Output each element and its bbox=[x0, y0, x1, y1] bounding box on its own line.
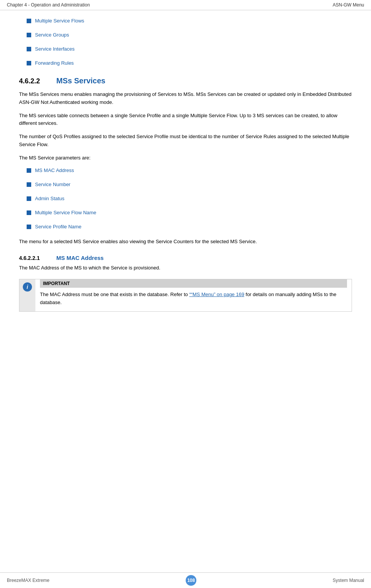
top-bullet-list: Multiple Service Flows Service Groups Se… bbox=[19, 18, 352, 66]
list-item: Admin Status bbox=[19, 196, 352, 201]
important-box: i IMPORTANT The MAC Address must be one … bbox=[19, 279, 352, 312]
service-interfaces-link[interactable]: Service Interfaces bbox=[35, 46, 75, 52]
header-chapter: Chapter 4 - Operation and Administration bbox=[7, 2, 90, 8]
param-bullet-list: MS MAC Address Service Number Admin Stat… bbox=[19, 167, 352, 229]
important-icon-container: i bbox=[19, 279, 35, 311]
after-params-text: The menu for a selected MS Service enabl… bbox=[19, 238, 352, 246]
bullet-icon bbox=[27, 225, 31, 229]
important-text-body: The MAC Address must be one that exists … bbox=[40, 291, 347, 307]
forwarding-rules-link[interactable]: Forwarding Rules bbox=[35, 60, 74, 66]
section-4622-para-2: The MS services table connects between a… bbox=[19, 112, 352, 128]
footer-page-number: 108 bbox=[186, 575, 196, 586]
service-profile-name-link[interactable]: Service Profile Name bbox=[35, 224, 81, 229]
section-4622-heading: 4.6.2.2 MSs Services bbox=[19, 76, 352, 85]
list-item: Service Number bbox=[19, 182, 352, 187]
ms-mac-address-link[interactable]: MS MAC Address bbox=[35, 167, 74, 173]
section-4622-para-1: The MSs Services menu enables managing t… bbox=[19, 91, 352, 107]
page-header: Chapter 4 - Operation and Administration… bbox=[0, 0, 371, 10]
bullet-icon bbox=[27, 182, 31, 187]
section-4622-number: 4.6.2.2 bbox=[19, 77, 49, 85]
list-item: Multiple Service Flow Name bbox=[19, 210, 352, 215]
bullet-icon bbox=[27, 196, 31, 201]
section-46221-title: MS MAC Address bbox=[56, 255, 103, 261]
section-4622-para-3: The number of QoS Profiles assigned to t… bbox=[19, 133, 352, 149]
admin-status-link[interactable]: Admin Status bbox=[35, 196, 64, 201]
bullet-icon bbox=[27, 47, 31, 51]
ms-menu-link[interactable]: ““MS Menu” on page 169 bbox=[189, 292, 244, 297]
info-icon: i bbox=[23, 282, 32, 292]
section-46221-text: The MAC Address of the MS to which the S… bbox=[19, 264, 352, 272]
bullet-icon bbox=[27, 168, 31, 173]
main-content: Multiple Service Flows Service Groups Se… bbox=[0, 10, 371, 338]
list-item: Multiple Service Flows bbox=[19, 18, 352, 24]
list-item: Service Profile Name bbox=[19, 224, 352, 229]
page-footer: BreezeMAX Extreme 108 System Manual bbox=[0, 572, 371, 588]
bullet-icon bbox=[27, 19, 31, 23]
footer-product: BreezeMAX Extreme bbox=[7, 578, 49, 583]
bullet-icon bbox=[27, 210, 31, 215]
important-header-label: IMPORTANT bbox=[40, 279, 347, 288]
bullet-icon bbox=[27, 33, 31, 37]
footer-manual-title: System Manual bbox=[333, 578, 364, 583]
bullet-icon bbox=[27, 61, 31, 65]
header-section: ASN-GW Menu bbox=[333, 2, 364, 8]
section-4622-para-4: The MS Service parameters are: bbox=[19, 154, 352, 162]
list-item: MS MAC Address bbox=[19, 167, 352, 173]
section-46221-heading: 4.6.2.2.1 MS MAC Address bbox=[19, 255, 352, 261]
section-4622-title: MSs Services bbox=[56, 76, 105, 85]
service-number-link[interactable]: Service Number bbox=[35, 182, 70, 187]
list-item: Service Interfaces bbox=[19, 46, 352, 52]
important-content: IMPORTANT The MAC Address must be one th… bbox=[35, 279, 352, 311]
list-item: Forwarding Rules bbox=[19, 60, 352, 66]
list-item: Service Groups bbox=[19, 32, 352, 38]
section-46221-number: 4.6.2.2.1 bbox=[19, 255, 49, 261]
multiple-service-flow-name-link[interactable]: Multiple Service Flow Name bbox=[35, 210, 96, 215]
important-text-part1: The MAC Address must be one that exists … bbox=[40, 292, 189, 297]
multiple-service-flows-link[interactable]: Multiple Service Flows bbox=[35, 18, 84, 24]
service-groups-link[interactable]: Service Groups bbox=[35, 32, 69, 38]
